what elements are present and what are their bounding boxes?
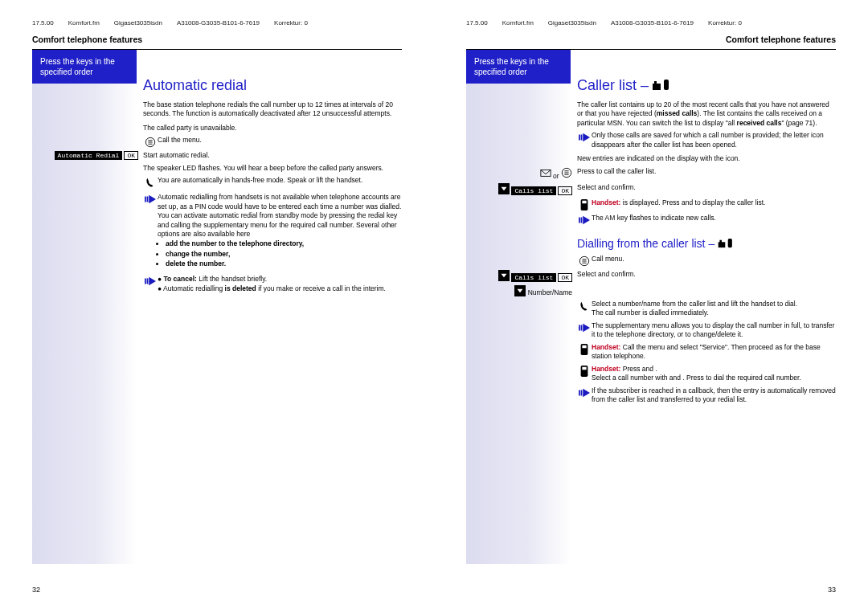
- header-meta-right: 17.5.00 Komfort.fm Gigaset3035isdn A3100…: [466, 19, 836, 27]
- section-header-right: Comfort telephone features: [466, 35, 836, 44]
- page-spread: 17.5.00 Komfort.fm Gigaset3035isdn A3100…: [0, 0, 868, 613]
- note-arrow-icon: [579, 322, 590, 333]
- down-arrow-icon: [498, 270, 510, 281]
- svg-rect-8: [653, 84, 661, 90]
- note-arrow-icon: [579, 132, 590, 143]
- note-amkey: The AM key flashes to indicate new calls…: [577, 214, 836, 226]
- page-left: 17.5.00 Komfort.fm Gigaset3035isdn A3100…: [0, 0, 434, 613]
- svg-rect-28: [582, 260, 586, 261]
- svg-rect-25: [728, 239, 732, 247]
- sidebar-hint: Press the keys in the specified order: [466, 50, 571, 84]
- handset-icon: [145, 177, 156, 188]
- note-arrow-icon: [145, 276, 156, 287]
- step-call-menu-2: Call menu.: [577, 255, 836, 267]
- header-meta-left: 17.5.00 Komfort.fm Gigaset3035isdn A3100…: [32, 19, 402, 27]
- svg-rect-5: [147, 197, 149, 202]
- new-entries-text: New entries are indicated on the display…: [577, 154, 836, 163]
- page-right: 17.5.00 Komfort.fm Gigaset3035isdn A3100…: [434, 0, 868, 613]
- options-list: add the number to the telephone director…: [158, 239, 402, 270]
- menu-key-icon: [145, 137, 156, 148]
- content-right: Caller list – The caller list contains u…: [571, 50, 836, 564]
- handset-device-icon: [579, 366, 590, 377]
- svg-rect-15: [564, 170, 568, 171]
- unavailable-text: The called party is unavailable.: [143, 124, 402, 133]
- menu-key-icon: [561, 167, 572, 178]
- speaker-text: The speaker LED flashes. You will hear a…: [143, 164, 402, 173]
- note-arrow-icon: [145, 194, 156, 205]
- svg-rect-33: [581, 325, 583, 330]
- meta-file: Komfort.fm: [68, 19, 100, 27]
- svg-rect-21: [579, 217, 580, 223]
- handset-display: Handset: is displayed. Press and to disp…: [577, 198, 836, 210]
- svg-rect-39: [581, 390, 583, 395]
- ok-box: OK: [124, 151, 138, 160]
- base-handset-icon: [653, 80, 672, 91]
- page-number-left: 32: [32, 586, 40, 594]
- menu-automatic-redial: Automatic Redial: [55, 151, 123, 160]
- step-start-redial: Automatic RedialOK Start automatic redia…: [143, 151, 402, 160]
- heading-automatic-redial: Automatic redial: [143, 77, 402, 94]
- heading-dialling: Dialling from the caller list –: [577, 237, 836, 250]
- svg-rect-3: [148, 144, 152, 145]
- svg-rect-20: [582, 201, 586, 204]
- svg-rect-27: [582, 259, 586, 260]
- note-suppl: The supplementary menu allows you to dis…: [577, 321, 836, 340]
- svg-rect-9: [654, 81, 657, 84]
- sidebar-right: Press the keys in the specified order: [466, 50, 571, 564]
- svg-rect-2: [148, 142, 152, 143]
- note-callback: If the subscriber is reached in a callba…: [577, 386, 836, 405]
- svg-rect-29: [582, 263, 586, 264]
- svg-rect-24: [719, 240, 722, 243]
- caller-intro: The caller list contains up to 20 of the…: [577, 100, 836, 128]
- svg-rect-1: [148, 141, 152, 141]
- page-number-right: 33: [828, 586, 836, 594]
- handset-service: Handset: Call the menu and select "Servi…: [577, 343, 836, 362]
- menu-key-icon: [579, 255, 590, 267]
- menu-calls-list: Calls list: [511, 186, 556, 195]
- base-handset-icon: [718, 239, 735, 248]
- meta-date: 17.5.00: [32, 19, 54, 27]
- handset-device-icon: [579, 199, 590, 210]
- content-left: Automatic redial The base station teleph…: [137, 50, 402, 564]
- svg-rect-10: [664, 80, 669, 90]
- section-header-left: Comfort telephone features: [32, 35, 402, 44]
- svg-rect-23: [719, 242, 726, 247]
- note-arrow-icon: [579, 215, 590, 226]
- step-calls-list: Calls listOK Select and confirm.: [577, 183, 836, 195]
- meta-docnum: A31008-G3035-B101-6-7619: [177, 19, 260, 27]
- svg-rect-35: [582, 345, 586, 348]
- meta-korr: Korrektur: 0: [274, 19, 308, 27]
- svg-rect-37: [582, 366, 586, 370]
- step-calls-list-2: Calls listOK Select and confirm.: [577, 270, 836, 282]
- step-number-name: Number/Name: [577, 285, 836, 296]
- svg-rect-11: [579, 135, 580, 141]
- meta-product: Gigaset3035isdn: [114, 19, 162, 27]
- svg-rect-22: [581, 217, 583, 223]
- handset-icon: [579, 300, 590, 312]
- down-arrow-icon: [514, 285, 526, 296]
- sidebar-left: Press the keys in the specified order: [32, 50, 137, 564]
- handset-press: Handset: Press and . Select a call numbe…: [577, 365, 836, 383]
- intro-text: The base station telephone redials the c…: [143, 100, 402, 119]
- svg-rect-16: [564, 172, 568, 173]
- step-press-call: or Press to call the caller list.: [577, 167, 836, 180]
- heading-caller-list: Caller list –: [577, 77, 836, 94]
- svg-rect-38: [579, 390, 580, 395]
- svg-rect-7: [147, 279, 149, 284]
- step-lift-handset: Select a number/name from the caller lis…: [577, 300, 836, 318]
- step-handsfree: You are automatically in hands-free mode…: [143, 176, 402, 188]
- svg-rect-12: [581, 135, 583, 141]
- svg-rect-32: [579, 325, 580, 330]
- note-arrow-icon: [579, 387, 590, 398]
- sidebar-hint: Press the keys in the specified order: [32, 50, 137, 84]
- down-arrow-icon: [498, 183, 510, 194]
- handset-device-icon: [579, 344, 590, 355]
- note-block-2: ● To cancel: Lift the handset briefly. ●…: [143, 275, 402, 293]
- mail-key-icon: [540, 167, 551, 178]
- svg-rect-6: [145, 279, 146, 284]
- step-call-menu: Call the menu.: [143, 136, 402, 148]
- svg-rect-17: [564, 174, 568, 175]
- note-saved: Only those calls are saved for which a c…: [577, 131, 836, 149]
- note-block-1: Automatic redialling from handsets is no…: [143, 193, 402, 270]
- svg-rect-4: [145, 197, 146, 202]
